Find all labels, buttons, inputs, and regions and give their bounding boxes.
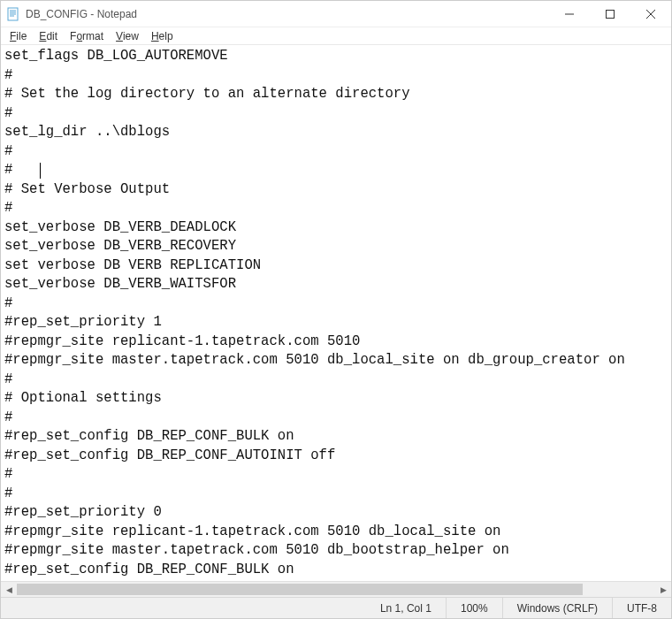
text-line: # — [4, 371, 671, 390]
text-line: # — [4, 161, 671, 180]
menu-edit[interactable]: Edit — [34, 29, 65, 43]
text-line: #rep_set_config DB_REP_CONF_BULK on — [4, 427, 671, 447]
text-line: # Optional settings — [4, 389, 671, 409]
menubar: File Edit Format View Help — [1, 27, 671, 45]
text-line: # — [4, 409, 671, 428]
statusbar: Ln 1, Col 1 100% Windows (CRLF) UTF-8 — [1, 597, 671, 618]
text-line: #repmgr_site replicant-1.tapetrack.com 5… — [4, 332, 671, 352]
scroll-thumb[interactable] — [17, 584, 583, 595]
notepad-icon — [6, 7, 20, 21]
menu-view[interactable]: View — [111, 29, 146, 43]
text-line: # — [4, 66, 671, 86]
menu-help[interactable]: Help — [146, 29, 180, 43]
text-line: set_flags DB_LOG_AUTOREMOVE — [4, 47, 671, 66]
text-line: # Set the log directory to an alternate … — [4, 85, 671, 104]
text-line: set_verbose DB_VERB_RECOVERY — [4, 237, 671, 256]
text-editor[interactable]: set_flags DB_LOG_AUTOREMOVE## Set the lo… — [1, 45, 671, 581]
titlebar: DB_CONFIG - Notepad — [1, 1, 671, 27]
text-line: # — [4, 294, 671, 314]
scroll-track[interactable] — [17, 582, 655, 597]
editor-area: set_flags DB_LOG_AUTOREMOVE## Set the lo… — [1, 45, 671, 597]
scroll-left-arrow[interactable]: ◀ — [1, 582, 17, 598]
text-line: #rep_set_config DB_REP_CONF_BULK on — [4, 561, 671, 580]
menu-file[interactable]: File — [4, 29, 34, 43]
text-line: set verbose DB VERB REPLICATION — [4, 256, 671, 276]
text-line: #repmgr_site replicant-1.tapetrack.com 5… — [4, 523, 671, 542]
text-line: set_verbose DB_VERB_DEADLOCK — [4, 218, 671, 238]
text-line: # Set Verbose Output — [4, 180, 671, 200]
window-title: DB_CONFIG - Notepad — [26, 8, 549, 20]
horizontal-scrollbar[interactable]: ◀ ▶ — [1, 581, 671, 597]
text-line: set_lg_dir ..\dblogs — [4, 123, 671, 142]
text-line: #rep_set_priority 0 — [4, 503, 671, 523]
text-line: #repmgr_site master.tapetrack.com 5010 d… — [4, 541, 671, 561]
menu-format[interactable]: Format — [65, 29, 111, 43]
svg-rect-6 — [607, 10, 615, 18]
status-line-ending: Windows (CRLF) — [502, 598, 612, 618]
text-line: # — [4, 199, 671, 218]
text-line: #rep_set_config DB_REP_CONF_AUTOINIT off — [4, 447, 671, 466]
text-line: # — [4, 104, 671, 124]
minimize-button[interactable] — [549, 1, 590, 27]
maximize-button[interactable] — [590, 1, 630, 27]
text-line: # — [4, 485, 671, 504]
text-line: # — [4, 465, 671, 485]
text-cursor — [40, 163, 41, 179]
text-line: set_verbose DB_VERB_WAITSFOR — [4, 275, 671, 294]
status-position: Ln 1, Col 1 — [366, 598, 446, 618]
window-controls — [549, 1, 671, 27]
text-line: # — [4, 142, 671, 162]
text-line: #repmgr_site master.tapetrack.com 5010 d… — [4, 351, 671, 371]
scroll-right-arrow[interactable]: ▶ — [655, 582, 671, 598]
close-button[interactable] — [630, 1, 671, 27]
status-encoding: UTF-8 — [612, 598, 671, 618]
status-zoom: 100% — [446, 598, 502, 618]
text-line: #rep_set_priority 1 — [4, 313, 671, 332]
